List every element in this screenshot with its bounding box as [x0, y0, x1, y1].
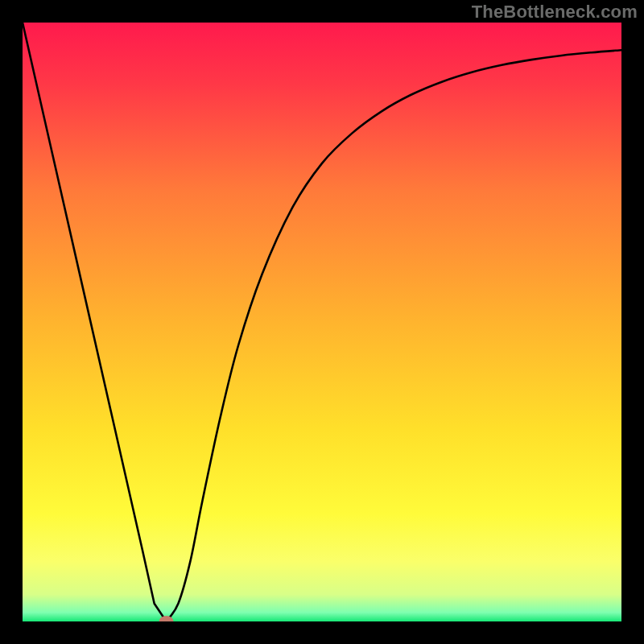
gradient-background: [23, 23, 621, 621]
outer-frame: TheBottleneck.com: [0, 0, 644, 644]
plot-area: [23, 23, 621, 621]
watermark-text: TheBottleneck.com: [472, 2, 638, 23]
plot-svg: [23, 23, 621, 621]
